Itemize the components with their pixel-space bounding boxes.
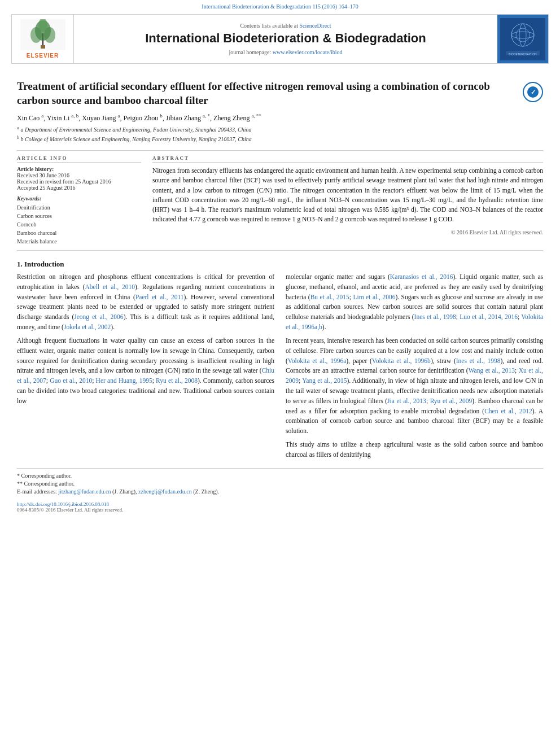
journal-title: International Biodeterioration & Biodegr… <box>145 31 426 46</box>
article-title-section: Treatment of artificial secondary efflue… <box>17 80 543 107</box>
keywords-label: Keywords: <box>17 195 141 202</box>
email-1-link[interactable]: jitzhang@fudan.edu.cn <box>58 488 112 495</box>
ref-volokita-b[interactable]: Volokita et al., 1996b <box>372 357 431 364</box>
homepage-prefix: journal homepage: <box>229 49 272 55</box>
ref-jeong[interactable]: Jeong et al., 2006 <box>74 313 123 320</box>
introduction-heading: 1. Introduction <box>17 260 543 269</box>
article-title: Treatment of artificial secondary efflue… <box>17 80 517 107</box>
svg-rect-6 <box>41 45 45 49</box>
divider-2 <box>17 250 543 251</box>
bottom-bar: http://dx.doi.org/10.1016/j.ibiod.2016.0… <box>17 501 543 516</box>
ref-luo[interactable]: Luo et al., 2014, 2016 <box>460 313 518 320</box>
elsevier-logo: ELSEVIER <box>20 19 65 59</box>
ref-volokita-a[interactable]: Volokita et al., 1996a <box>288 357 346 364</box>
intro-para-3: molecular organic matter and sugars (Kar… <box>286 272 543 333</box>
homepage-link[interactable]: www.elsevier.com/locate/ibiod <box>273 49 343 55</box>
introduction-columns: Restriction on nitrogen and phosphorus e… <box>17 272 543 464</box>
journal-cover-image: BIODETERIORATION <box>500 18 545 60</box>
divider-1 <box>17 150 543 151</box>
journal-homepage: journal homepage: www.elsevier.com/locat… <box>229 49 343 55</box>
ref-abell[interactable]: Abell et al., 2010 <box>85 283 135 290</box>
article-info-label: ARTICLE INFO <box>17 155 141 163</box>
intro-col-left: Restriction on nitrogen and phosphorus e… <box>17 272 274 464</box>
article-info-column: ARTICLE INFO Article history: Received 3… <box>17 155 141 246</box>
issn-text: 0964-8305/© 2016 Elsevier Ltd. All right… <box>17 507 123 513</box>
affiliation-b-text: b College of Materials Science and Engin… <box>21 136 252 142</box>
crossmark-badge: ✓ <box>523 82 543 102</box>
affiliation-b: b b College of Materials Science and Eng… <box>17 134 543 143</box>
affiliation-a-text: a Department of Environmental Science an… <box>21 127 252 133</box>
ref-chen[interactable]: Chen et al., 2012 <box>484 408 532 414</box>
copyright-line: © 2016 Elsevier Ltd. All rights reserved… <box>152 229 543 235</box>
intro-para-2: Although frequent fluctuations in water … <box>17 336 274 407</box>
journal-header-center: Contents lists available at ScienceDirec… <box>74 15 497 63</box>
affiliation-a: a a Department of Environmental Science … <box>17 125 543 134</box>
authors-section: Xin Cao a, Yixin Li a, b, Xuyao Jiang a,… <box>17 113 543 123</box>
ref-wang[interactable]: Wang et al., 2013 <box>469 367 515 374</box>
ref-jokela[interactable]: Jokela et al., 2002 <box>64 324 111 330</box>
keyword-2: Carbon sources <box>17 212 141 220</box>
article-history: Article history: Received 30 June 2016 R… <box>17 166 141 191</box>
ref-karanasios[interactable]: Karanasios et al., 2016 <box>390 273 453 280</box>
svg-text:BIODETERIORATION: BIODETERIORATION <box>509 53 537 56</box>
doi-text: International Biodeterioration & Biodegr… <box>202 3 358 10</box>
intro-col-right: molecular organic matter and sugars (Kar… <box>286 272 543 464</box>
ref-ines2[interactable]: Ines et al., 1998 <box>456 357 501 364</box>
abstract-text: Nitrogen from secondary effluents has en… <box>152 166 543 225</box>
authors-text: Xin Cao a, Yixin Li a, b, Xuyao Jiang a,… <box>17 114 261 122</box>
keyword-4: Bamboo charcoal <box>17 229 141 237</box>
affiliations: a a Department of Environmental Science … <box>17 125 543 143</box>
doi-link[interactable]: http://dx.doi.org/10.1016/j.ibiod.2016.0… <box>17 501 109 507</box>
abstract-column: ABSTRACT Nitrogen from secondary effluen… <box>152 155 543 246</box>
keyword-1: Denitrification <box>17 203 141 212</box>
ref-her[interactable]: Her and Huang, 1995 <box>96 377 152 384</box>
footnote-emails: E-mail addresses: jitzhang@fudan.edu.cn … <box>17 488 543 496</box>
crossmark-icon: ✓ <box>527 86 539 98</box>
email-1: jitzhang@fudan.edu.cn <box>58 488 111 495</box>
ref-yang[interactable]: Yang et al., 2015 <box>302 377 347 384</box>
sciencedirect-anchor[interactable]: ScienceDirect <box>299 23 331 29</box>
footnote-section: * Corresponding author. ** Corresponding… <box>17 468 543 496</box>
homepage-url-text: www.elsevier.com/locate/ibiod <box>273 49 343 55</box>
revised-date: Received in revised form 25 August 2016 <box>17 178 141 185</box>
journal-header: ELSEVIER Contents lists available at Sci… <box>11 14 549 64</box>
email-label: E-mail addresses: <box>17 488 57 495</box>
info-abstract-columns: ARTICLE INFO Article history: Received 3… <box>17 155 543 246</box>
email-2-name: Z. Zheng <box>195 488 216 495</box>
accepted-date: Accepted 25 August 2016 <box>17 185 141 191</box>
history-label: Article history: <box>17 166 141 172</box>
footnote-2: ** Corresponding author. <box>17 480 543 488</box>
main-content: Treatment of artificial secondary efflue… <box>0 64 560 522</box>
email-2: zzhenglj@fudan.edu.cn <box>138 488 192 495</box>
ref-ryu[interactable]: Ryu et al., 2008 <box>156 377 198 384</box>
email-1-name: J. Zhang <box>114 488 133 495</box>
intro-para-1: Restriction on nitrogen and phosphorus e… <box>17 272 274 333</box>
doi-url-text: http://dx.doi.org/10.1016/j.ibiod.2016.0… <box>17 501 109 507</box>
elsevier-logo-section: ELSEVIER <box>12 15 74 63</box>
ref-bu[interactable]: Bu et al., 2015 <box>310 294 349 300</box>
footnote-1: * Corresponding author. <box>17 472 543 480</box>
doi-bar: International Biodeterioration & Biodegr… <box>0 0 560 11</box>
journal-cover-section: BIODETERIORATION <box>497 15 548 63</box>
intro-para-4: In recent years, intensive research has … <box>286 336 543 436</box>
elsevier-tree-image <box>20 19 65 50</box>
ref-paerl[interactable]: Paerl et al., 2011 <box>135 294 184 300</box>
intro-para-5: This study aims to utilize a cheap agric… <box>286 440 543 460</box>
elsevier-brand-text: ELSEVIER <box>27 53 59 59</box>
keyword-5: Materials balance <box>17 237 141 246</box>
received-date: Received 30 June 2016 <box>17 172 141 178</box>
ref-lim[interactable]: Lim et al., 2006 <box>353 294 396 300</box>
ref-ines[interactable]: Ines et al., 1998 <box>414 313 456 320</box>
introduction-section: 1. Introduction Restriction on nitrogen … <box>17 260 543 464</box>
sciencedirect-prefix: Contents lists available at <box>240 23 298 29</box>
sciencedirect-label: ScienceDirect <box>299 23 331 29</box>
page-container: International Biodeterioration & Biodegr… <box>0 0 560 522</box>
sciencedirect-link: Contents lists available at ScienceDirec… <box>240 23 331 29</box>
ref-jia[interactable]: Jia et al., 2013 <box>387 397 426 404</box>
email-2-link[interactable]: zzhenglj@fudan.edu.cn <box>138 488 193 495</box>
abstract-label: ABSTRACT <box>152 155 543 163</box>
ref-guo[interactable]: Guo et al., 2010 <box>50 377 92 384</box>
keywords-section: Keywords: Denitrification Carbon sources… <box>17 195 141 246</box>
keyword-3: Corncob <box>17 220 141 229</box>
ref-ryu2[interactable]: Ryu et al., 2009 <box>430 397 473 404</box>
